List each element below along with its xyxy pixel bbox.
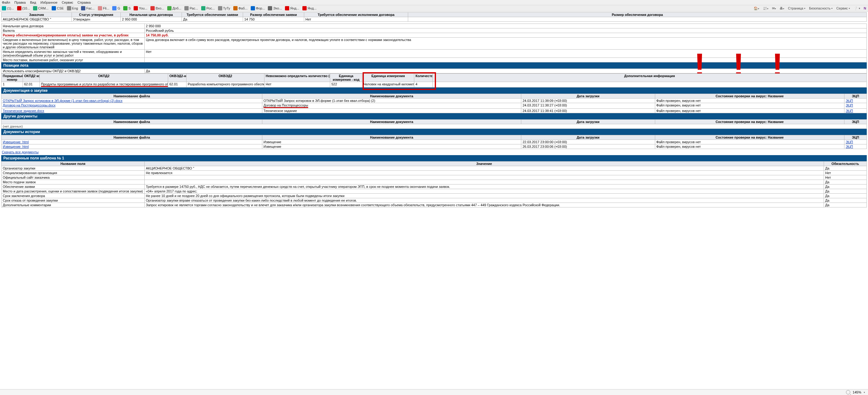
- bookmark-item[interactable]: Рас...: [184, 6, 198, 10]
- favicon-icon: [134, 6, 138, 10]
- kv-value: Российский рубль: [145, 28, 867, 33]
- field-required: Да: [824, 166, 867, 171]
- cell-contract-sec-required: Нет: [304, 17, 408, 22]
- browser-menubar: Файл Правка Вид Избранное Сервис Справка: [0, 0, 868, 5]
- section-history-docs: Документы истории: [1, 129, 867, 135]
- pos-col-extra-info: Дополнительная информация: [433, 74, 867, 82]
- ecp-link[interactable]: ЭЦП: [846, 109, 853, 113]
- favicon-icon: [218, 6, 222, 10]
- bookmark-item[interactable]: Fac...: [81, 6, 95, 10]
- table-row: Официальный сайт заказчикаНет: [2, 175, 867, 180]
- file-link[interactable]: Извещение_html: [3, 140, 29, 144]
- cell-bid-sec-amount: 14 750: [243, 17, 304, 22]
- table-row: Техническое задание.docxТехническое зада…: [2, 109, 867, 113]
- help-menu[interactable]: ❔▾: [854, 6, 860, 10]
- bookmark-item[interactable]: (1)...: [2, 6, 14, 10]
- bookmark-item[interactable]: Eng: [67, 6, 78, 10]
- ecp-link[interactable]: ЭЦП: [846, 145, 853, 148]
- bookmark-item[interactable]: You...: [134, 6, 147, 10]
- field-required: Да: [824, 189, 867, 194]
- bookmark-item[interactable]: Фор...: [251, 6, 265, 10]
- pos-col-cannot-determine-qty: Невозможно определить количество (объем): [265, 74, 330, 82]
- pos-col-okpd2: ОКПД2: [40, 74, 168, 82]
- download-all-link[interactable]: Скачать все документы: [2, 150, 38, 154]
- col-start-price: Начальная цена договора: [121, 12, 182, 17]
- print-icon[interactable]: 🖶▾: [780, 6, 784, 10]
- bookmark-item[interactable]: Эхо...: [268, 6, 282, 10]
- bookmark-label: Вхо...: [156, 6, 164, 10]
- pos-col-unit-code: Единица измерения - код: [330, 74, 362, 82]
- kv-key: Сведения о включенных (не включенных) в …: [2, 38, 145, 50]
- file-link[interactable]: Техническое задание.docx: [3, 109, 44, 113]
- onenote-icon[interactable]: N: [864, 6, 866, 10]
- bookmark-item[interactable]: Рос...: [201, 6, 215, 10]
- table-row: Организатор закупкиАКЦИОНЕРНОЕ ОБЩЕСТВО …: [2, 166, 867, 171]
- bookmark-item[interactable]: Фаб...: [233, 6, 248, 10]
- table-row: Срок отказа от проведения закупкиОрганиз…: [2, 198, 867, 203]
- menu-edit[interactable]: Правка: [14, 1, 26, 4]
- menu-tools[interactable]: Сервис: [62, 1, 73, 4]
- kv-value: 14 750,00 руб.: [145, 33, 867, 38]
- bookmark-item[interactable]: Янд...: [302, 6, 317, 10]
- field-value: Не ранее 10 дней и не позднее 20 дней со…: [145, 194, 824, 198]
- home-icon[interactable]: 🏠▾: [754, 6, 759, 10]
- mail-icon[interactable]: ✉▾: [772, 6, 776, 10]
- menu-favorites[interactable]: Избранное: [40, 1, 58, 4]
- bookmark-item[interactable]: Янд...: [285, 6, 299, 10]
- docs-grid: Наименование файлаНаименование документа…: [1, 94, 867, 113]
- bookmark-item[interactable]: Fli...: [98, 6, 110, 10]
- field-value: Организатор закупки вправе отказаться от…: [145, 198, 824, 203]
- table-row: Специализированная организацияНе привлек…: [2, 171, 867, 175]
- field-value: [145, 175, 824, 180]
- ecp-link[interactable]: ЭЦП: [846, 99, 853, 103]
- kv-key: Размер обеспечения(резервирования оплаты…: [2, 33, 145, 38]
- bookmark-item[interactable]: (10...: [17, 6, 30, 10]
- bookmark-label: Fac...: [86, 6, 95, 10]
- bookmark-label: Fli...: [103, 6, 110, 10]
- field-name: Дополнительные комментарии: [2, 203, 145, 207]
- favicon-icon: [81, 6, 85, 10]
- bookmark-label: (1)...: [7, 6, 14, 10]
- bookmark-item[interactable]: G: [112, 6, 120, 10]
- bookmark-item[interactable]: Вхо...: [150, 6, 164, 10]
- bookmark-label: ТуТу: [223, 6, 230, 10]
- bookmark-item[interactable]: CSE: [52, 6, 64, 10]
- col-requires-contract-security: Требуется обеспечение исполнения договор…: [304, 12, 408, 17]
- field-value: АКЦИОНЕРНОЕ ОБЩЕСТВО ": [145, 166, 824, 171]
- file-link[interactable]: Договор на Постпроцессоры.docx: [3, 104, 55, 107]
- table-row: Обеспечение заявкиТребуется в размере 14…: [2, 185, 867, 189]
- security-menu[interactable]: Безопасность▾: [809, 6, 833, 10]
- file-link[interactable]: ОТКРЫТЫЙ Запрос котировок в ЭЛ.форме (1-…: [3, 99, 123, 103]
- favicon-icon: [52, 6, 56, 10]
- bookmark-item[interactable]: Доб...: [167, 6, 181, 10]
- bookmark-item[interactable]: ТуТу: [218, 6, 230, 10]
- page-menu[interactable]: Страница▾: [788, 6, 805, 10]
- feeds-icon[interactable]: 📰▾: [763, 6, 768, 10]
- field-name: Срок заключения договора: [2, 194, 145, 198]
- page-content: ! ! ! Заказчик Статус утверждения Началь…: [0, 11, 868, 217]
- pos-col-ordinal: Порядковый номер: [2, 74, 23, 82]
- cell-bid-sec-required: Да: [182, 17, 243, 22]
- kv-value: Нет: [145, 50, 867, 58]
- bookmark-item[interactable]: S: [123, 6, 130, 10]
- bookmark-label: (10...: [22, 6, 30, 10]
- table-row: (нет данных): [2, 124, 867, 129]
- menu-help[interactable]: Справка: [78, 1, 91, 4]
- bookmark-label: Фор...: [256, 6, 265, 10]
- table-row: Договор на Постпроцессоры.docxДоговор на…: [2, 103, 867, 109]
- template-fields-grid: Название поляЗначениеОбязательностьОрган…: [1, 161, 867, 207]
- favorites-bar: (1)...(10...CRM...CSEEngFac...Fli...GSYo…: [0, 5, 868, 11]
- kv-value: Цена договора включает в себя сумму всех…: [145, 38, 867, 50]
- bookmark-item[interactable]: CRM...: [33, 6, 49, 10]
- field-name: Специализированная организация: [2, 171, 145, 175]
- ecp-link[interactable]: ЭЦП: [846, 104, 853, 107]
- ecp-link[interactable]: ЭЦП: [846, 140, 853, 144]
- field-required: Да: [824, 198, 867, 203]
- service-menu[interactable]: Сервис▾: [836, 6, 850, 10]
- field-required: Нет: [824, 175, 867, 180]
- menu-view[interactable]: Вид: [30, 1, 36, 4]
- menu-file[interactable]: Файл: [2, 1, 10, 4]
- file-link[interactable]: Извещение_html: [3, 145, 29, 148]
- favicon-icon: [302, 6, 307, 10]
- favicon-icon: [150, 6, 155, 10]
